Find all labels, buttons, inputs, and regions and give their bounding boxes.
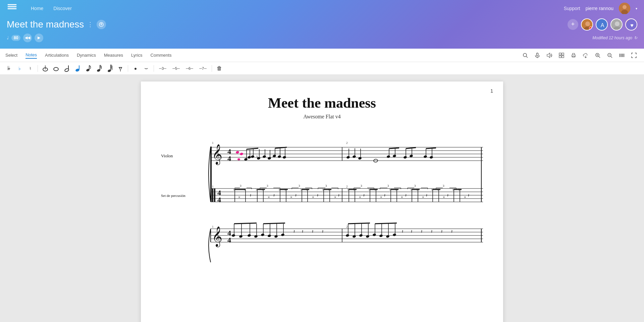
svg-text:×: × — [359, 195, 361, 200]
sep-1 — [38, 65, 38, 72]
flat-tool[interactable]: ♭ — [15, 64, 24, 73]
collaborator-avatar-3[interactable] — [610, 18, 623, 31]
whole-note-tool[interactable] — [51, 64, 61, 73]
svg-text:𝄽: 𝄽 — [302, 230, 303, 233]
svg-point-280 — [345, 234, 349, 237]
username-label: pierre rannou — [586, 6, 613, 11]
svg-text:×: × — [401, 195, 403, 200]
user-menu-chevron[interactable]: ▾ — [636, 7, 637, 10]
music-notation: 1 2 Violon 𝄞 4 4 — [161, 130, 483, 284]
dot-tool[interactable]: ● — [131, 64, 140, 73]
svg-point-100 — [386, 155, 390, 158]
svg-rect-36 — [620, 54, 620, 57]
user-avatar[interactable] — [619, 3, 630, 14]
eighth-note-tool[interactable] — [84, 64, 93, 73]
svg-point-71 — [244, 158, 248, 161]
svg-point-75 — [251, 155, 254, 158]
nav-home[interactable]: Home — [31, 6, 43, 11]
svg-line-273 — [263, 223, 285, 224]
svg-text:4: 4 — [217, 196, 221, 204]
svg-point-17 — [523, 53, 527, 57]
app-logo[interactable] — [7, 2, 17, 15]
tuplet-3-tool[interactable]: ─3─ — [157, 64, 169, 73]
collaborator-avatar-1[interactable] — [581, 18, 593, 31]
svg-text:2: 2 — [346, 225, 348, 228]
score-title: Meet the madness — [7, 19, 84, 30]
fullscreen-button[interactable] — [629, 51, 639, 60]
score-area: 1 Meet the madness Awesome Flat v4 1 2 V… — [0, 75, 644, 322]
svg-line-108 — [406, 148, 416, 149]
tie-tool[interactable]: ⌣ — [142, 64, 151, 73]
half-note-tool[interactable] — [62, 64, 71, 73]
svg-point-267 — [267, 234, 271, 237]
svg-point-265 — [261, 233, 264, 236]
print-button[interactable] — [569, 51, 578, 60]
svg-rect-37 — [621, 54, 622, 57]
double-whole-tool[interactable] — [41, 64, 50, 73]
nav-discover[interactable]: Discover — [53, 6, 71, 11]
collaborator-avatar-2[interactable]: A — [596, 18, 608, 31]
svg-line-103 — [389, 148, 399, 149]
svg-point-105 — [403, 156, 407, 159]
audio-button[interactable] — [545, 51, 554, 60]
tab-lyrics[interactable]: Lyrics — [131, 52, 142, 58]
svg-point-69 — [237, 158, 240, 160]
svg-text:Violon: Violon — [161, 153, 173, 158]
tab-articulations[interactable]: Articulations — [45, 52, 69, 58]
svg-text:𝄽: 𝄽 — [451, 230, 452, 233]
svg-point-284 — [359, 234, 363, 237]
cloud-download-button[interactable] — [581, 51, 590, 60]
play-button[interactable]: ▶ — [35, 34, 43, 42]
svg-line-34 — [611, 56, 612, 58]
search-button[interactable] — [521, 51, 530, 60]
svg-text:3: 3 — [299, 184, 300, 187]
svg-text:×: × — [334, 195, 336, 200]
svg-rect-38 — [622, 54, 623, 57]
svg-text:A: A — [601, 22, 604, 28]
tab-select[interactable]: Select — [5, 52, 17, 58]
main-toolbar: Select Notes Articulations Dynamics Meas… — [0, 49, 644, 62]
svg-text:𝄽: 𝄽 — [411, 230, 412, 233]
svg-text:×: × — [422, 195, 424, 200]
double-flat-tool[interactable]: 𝄫 — [4, 64, 13, 73]
rest-tool[interactable] — [116, 64, 125, 73]
tab-comments[interactable]: Comments — [151, 52, 172, 58]
svg-text:1: 1 — [212, 185, 214, 188]
microphone-button[interactable] — [533, 51, 542, 60]
score-menu-icon[interactable]: ⋮ — [87, 21, 93, 28]
svg-text:4: 4 — [227, 154, 231, 163]
svg-rect-124 — [214, 189, 215, 202]
delete-tool[interactable]: 🗑 — [215, 64, 224, 73]
thirty-second-note-tool[interactable] — [105, 64, 114, 73]
toolbar-right-icons — [521, 51, 639, 60]
layout-button[interactable] — [557, 51, 566, 60]
quarter-note-tool[interactable] — [73, 64, 82, 73]
tuplet-6-tool[interactable]: ─6─ — [183, 64, 196, 73]
tab-notes[interactable]: Notes — [25, 52, 37, 59]
sixteenth-note-tool[interactable] — [94, 64, 104, 73]
support-link[interactable]: Support — [564, 6, 580, 11]
svg-rect-123 — [212, 189, 213, 202]
svg-rect-22 — [559, 53, 561, 55]
svg-rect-39 — [624, 54, 624, 57]
collaborator-avatar-4[interactable]: ♥ — [625, 18, 637, 31]
upload-button[interactable] — [97, 20, 106, 29]
svg-text:×: × — [312, 195, 314, 200]
add-collaborator-button[interactable]: + — [568, 19, 578, 30]
svg-text:3: 3 — [414, 184, 416, 187]
natural-tool[interactable]: ♮ — [25, 64, 35, 73]
svg-rect-23 — [562, 53, 564, 55]
bars-button[interactable] — [617, 51, 627, 60]
tuplet-7-tool[interactable]: ─7─ — [197, 64, 209, 73]
zoom-out-button[interactable] — [605, 51, 614, 60]
svg-line-113 — [426, 148, 436, 149]
tab-measures[interactable]: Measures — [104, 52, 123, 58]
rewind-button[interactable]: ◀◀ — [23, 34, 32, 42]
tab-dynamics[interactable]: Dynamics — [77, 52, 96, 58]
svg-text:𝄞: 𝄞 — [212, 144, 222, 165]
refresh-icon: ↻ — [634, 36, 637, 40]
svg-text:3: 3 — [443, 184, 444, 187]
tuplet-5-tool[interactable]: ─5─ — [170, 64, 182, 73]
svg-rect-19 — [537, 53, 538, 56]
zoom-in-button[interactable] — [593, 51, 602, 60]
